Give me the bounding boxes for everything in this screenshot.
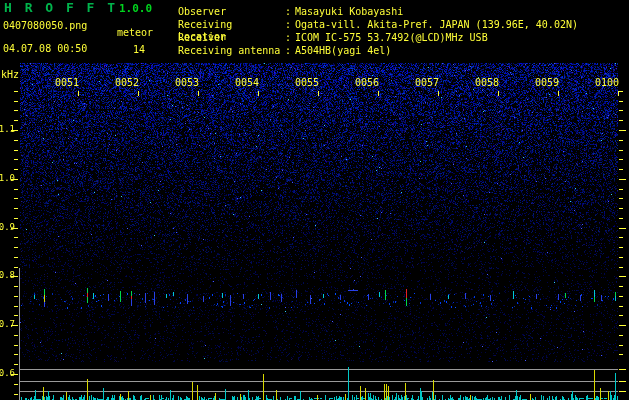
info-row-antenna: Receiving antenna:A504HB(yagi 4el) bbox=[178, 45, 578, 58]
info-label: Receiver bbox=[178, 32, 285, 45]
station-info: Observer:Masayuki Kobayashi Receiving Lo… bbox=[178, 6, 578, 58]
time-tick-label: 0059 bbox=[535, 77, 559, 88]
info-separator: : bbox=[285, 6, 295, 19]
hrofft-spectrogram-screen: H R O F F T 1.0.0 0407080050.png meteor … bbox=[0, 0, 629, 400]
app-version: 1.0.0 bbox=[119, 3, 152, 15]
time-tick-label: 0051 bbox=[55, 77, 79, 88]
info-row-observer: Observer:Masayuki Kobayashi bbox=[178, 6, 578, 19]
info-value: ICOM IC-575 53.7492(@LCD)MHz USB bbox=[295, 32, 488, 45]
info-row-receiver: Receiver:ICOM IC-575 53.7492(@LCD)MHz US… bbox=[178, 32, 578, 45]
time-tick-label: 0055 bbox=[295, 77, 319, 88]
info-separator: : bbox=[285, 19, 295, 32]
info-separator: : bbox=[285, 45, 295, 58]
info-value: A504HB(yagi 4el) bbox=[295, 45, 391, 58]
time-tick-label: 0057 bbox=[415, 77, 439, 88]
y-axis-unit-label: kHz bbox=[1, 69, 19, 81]
freq-tick-label: 1.1 bbox=[0, 124, 15, 134]
time-tick-label: 0054 bbox=[235, 77, 259, 88]
meteor-count: 14 bbox=[133, 44, 145, 56]
time-tick-label: 0056 bbox=[355, 77, 379, 88]
freq-tick-label: 1.0 bbox=[0, 173, 15, 183]
app-title: H R O F F T bbox=[4, 2, 118, 14]
freq-tick-label: 0.8 bbox=[0, 270, 15, 280]
time-tick-label: 0100 bbox=[595, 77, 619, 88]
time-tick-label: 0053 bbox=[175, 77, 199, 88]
info-value: Ogata-vill. Akita-Pref. JAPAN (139.96E, … bbox=[295, 19, 578, 32]
freq-tick-label: 0.9 bbox=[0, 222, 15, 232]
info-separator: : bbox=[285, 32, 295, 45]
spectrogram-canvas bbox=[0, 0, 629, 400]
info-label: Receiving antenna bbox=[178, 45, 285, 58]
mode-label: meteor bbox=[117, 27, 153, 39]
datetime-label: 04.07.08 00:50 bbox=[3, 43, 87, 55]
time-tick-label: 0058 bbox=[475, 77, 499, 88]
info-row-location: Receiving Location:Ogata-vill. Akita-Pre… bbox=[178, 19, 578, 32]
info-label: Receiving Location bbox=[178, 19, 285, 32]
freq-tick-label: 0.6 bbox=[0, 368, 15, 378]
time-tick-label: 0052 bbox=[115, 77, 139, 88]
freq-tick-label: 0.7 bbox=[0, 319, 15, 329]
info-value: Masayuki Kobayashi bbox=[295, 6, 403, 19]
info-label: Observer bbox=[178, 6, 285, 19]
output-filename: 0407080050.png bbox=[3, 20, 87, 32]
